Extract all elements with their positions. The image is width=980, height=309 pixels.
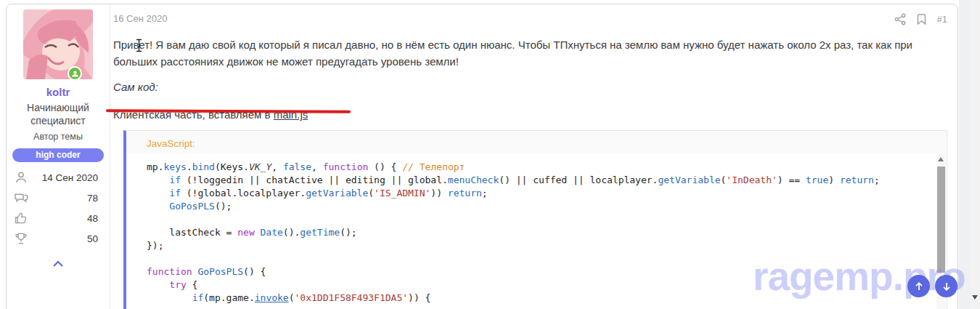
page-background-strip	[959, 0, 971, 309]
post-card: koltr Начинающий специалист Автор темы h…	[6, 4, 958, 309]
user-cell: koltr Начинающий специалист Автор темы h…	[7, 4, 110, 309]
post-code-intro: Сам код:	[113, 81, 947, 93]
bookmark-icon[interactable]	[916, 13, 927, 25]
stat-likes: 48	[14, 208, 98, 228]
user-title: Начинающий специалист	[20, 101, 96, 127]
username-link[interactable]: koltr	[7, 86, 110, 98]
collapse-user-panel-button[interactable]	[52, 258, 65, 271]
scroll-to-top-button[interactable]	[907, 275, 930, 297]
arrow-up-icon	[913, 281, 925, 292]
chevron-up-icon	[52, 260, 65, 268]
avatar[interactable]	[23, 9, 93, 79]
user-stats: 14 Сен 2020 78 48	[14, 167, 98, 249]
user-group-badge: high coder	[12, 148, 104, 162]
post-header: 16 Сен 2020 #1	[113, 13, 947, 25]
code-language-label: JavaScript:	[126, 131, 947, 154]
page-scrollbar[interactable]	[971, 0, 980, 309]
code-scrollbar-thumb[interactable]	[937, 166, 945, 273]
avatar-image	[23, 9, 93, 79]
post-date: 16 Сен 2020	[113, 13, 167, 24]
trophy-icon	[14, 231, 28, 246]
messages-count: 78	[87, 193, 98, 204]
likes-count: 48	[87, 213, 98, 224]
joined-date: 14 Сен 2020	[42, 172, 98, 183]
messages-icon	[14, 190, 29, 205]
code-block: JavaScript: mp.keys.bind(Keys.VK_Y, fals…	[123, 130, 947, 309]
code-body: mp.keys.bind(Keys.VK_Y, false, function …	[126, 154, 947, 309]
user-icon	[14, 170, 28, 185]
likes-icon	[14, 211, 28, 225]
scroll-to-bottom-button[interactable]	[935, 275, 957, 297]
forum-page: koltr Начинающий специалист Автор темы h…	[0, 0, 980, 309]
user-role: Автор темы	[7, 132, 110, 142]
online-status-icon	[68, 66, 82, 81]
post-content: 16 Сен 2020 #1 Привет! Я вам даю свой ко…	[110, 4, 958, 309]
trophy-count: 50	[87, 233, 98, 244]
post-actions: #1	[894, 13, 947, 25]
code-lines: mp.keys.bind(Keys.VK_Y, false, function …	[147, 161, 928, 305]
post-body-text: Привет! Я вам даю свой код который я пис…	[113, 36, 941, 70]
stat-trophy: 50	[14, 228, 98, 249]
page-scroll-down-arrow-icon[interactable]	[972, 295, 978, 300]
arrow-down-icon	[941, 281, 952, 292]
stat-messages: 78	[14, 188, 98, 208]
scroll-up-arrow-icon[interactable]	[938, 157, 944, 161]
share-icon[interactable]	[894, 13, 906, 25]
post-number-link[interactable]: #1	[937, 14, 947, 25]
stat-joined: 14 Сен 2020	[14, 167, 98, 188]
